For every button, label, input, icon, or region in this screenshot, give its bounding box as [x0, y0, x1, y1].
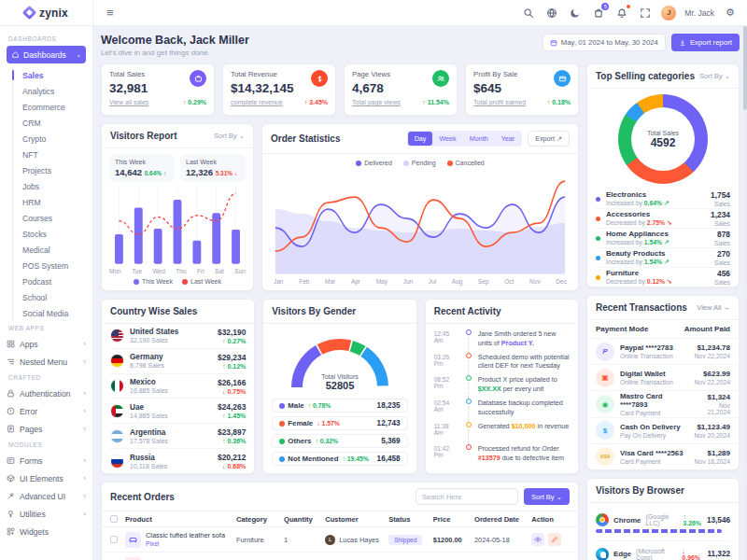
sidebar-item-jobs[interactable]: Jobs — [22, 178, 86, 194]
recent-orders-card: Recent Orders Sort By ⌄ ProductCategoryQ… — [101, 482, 579, 560]
customer-avatar: L — [325, 535, 335, 545]
visitors-report-card: Visitors Report Sort By ⌄ This Week 14,6… — [101, 123, 254, 291]
sidebar-item-medical[interactable]: Medical — [22, 242, 86, 258]
sidebar-item-social-media[interactable]: Social Media — [22, 305, 86, 321]
search-icon[interactable] — [521, 6, 536, 21]
sidebar-item-sales[interactable]: Sales — [22, 67, 86, 83]
this-week-stat: This Week 14,642 0.64% ↑ — [109, 154, 175, 182]
transaction-row: ◉Mastro Card ****7893Card Payment$1,324N… — [587, 391, 739, 417]
calendar-icon — [550, 39, 557, 47]
sidebar-item-pages[interactable]: Pages› — [7, 420, 86, 438]
sidebar-item-authentication[interactable]: Authentication› — [7, 385, 86, 402]
sidebar-section-modules: MODULES — [8, 441, 86, 448]
forms-icon — [7, 456, 15, 465]
settings-gear-icon[interactable]: ⚙ — [723, 6, 738, 21]
sidebar-item-pos-system[interactable]: POS System — [22, 258, 86, 273]
sort-by-dropdown[interactable]: Sort By ⌄ — [214, 132, 245, 140]
sort-by-dropdown[interactable]: Sort By ⌄ — [699, 72, 730, 80]
edit-order-button[interactable] — [548, 533, 561, 546]
delta: 5.31% ↓ — [216, 170, 238, 176]
card-title: Country Wise Sales — [110, 306, 197, 316]
tab-week[interactable]: Week — [432, 132, 462, 146]
view-all-link[interactable]: View All → — [697, 303, 730, 312]
chevron-right-icon: › — [83, 474, 86, 483]
export-button[interactable]: Export ↗ — [528, 131, 570, 147]
kpi-link[interactable]: Total page views — [352, 99, 401, 105]
card-title: Recent Activity — [434, 306, 501, 316]
nested-menu-icon — [7, 357, 15, 366]
sidebar-item-widgets[interactable]: Widgets — [7, 523, 86, 540]
sidebar-item-school[interactable]: School — [22, 289, 86, 305]
sidebar-item-ui-elements[interactable]: UI Elements› — [7, 469, 86, 487]
sidebar-item-dashboards[interactable]: Dashboards ⌄ — [7, 46, 86, 63]
sidebar-item-analytics[interactable]: Analytics — [22, 83, 86, 99]
dark-mode-icon[interactable] — [568, 6, 583, 21]
sidebar-item-projects[interactable]: Projects — [22, 162, 86, 178]
recent-activity-card: Recent Activity 12:45 AmJane Smith order… — [425, 299, 579, 474]
sidebar-item-nft[interactable]: NFT — [22, 147, 86, 162]
logo-icon — [22, 6, 37, 21]
date-range-picker[interactable]: May, 01 2024 to May, 30 2024 — [543, 34, 666, 51]
ae-flag-icon — [110, 404, 124, 418]
sidebar-item-courses[interactable]: Courses — [22, 210, 86, 226]
language-icon[interactable] — [544, 6, 559, 21]
visitors-bar-chart — [109, 186, 246, 268]
user-avatar[interactable]: J — [661, 6, 676, 21]
card-icon — [554, 70, 571, 87]
sort-by-button[interactable]: Sort By ⌄ — [524, 488, 570, 505]
chevron-right-icon: › — [83, 357, 86, 366]
export-report-button[interactable]: Export report — [671, 34, 740, 51]
sales-icon — [190, 70, 206, 87]
view-order-button[interactable] — [531, 533, 544, 546]
page-scrollbar[interactable] — [743, 26, 747, 560]
kpi-link[interactable]: complete revenue — [231, 99, 283, 105]
activity-item: 11:38 AmGenerated $10,000 in revenue — [434, 422, 570, 445]
sidebar-item-hrm[interactable]: HRM — [22, 194, 86, 210]
fullscreen-icon[interactable] — [638, 6, 653, 21]
category-row: FurnitureDecreased by 0.12% ↘456Sales — [596, 268, 730, 287]
kpi-link[interactable]: Total profit earned — [473, 99, 526, 105]
select-all-checkbox[interactable] — [110, 515, 118, 523]
gender-row: Others↑ 0.32%5,369 — [272, 434, 407, 448]
sidebar-item-crm[interactable]: CRM — [22, 115, 86, 131]
sidebar-item-ecommerce[interactable]: Ecommerce — [22, 99, 86, 115]
sidebar-item-podcast[interactable]: Podcast — [22, 273, 86, 289]
chevron-right-icon: › — [83, 340, 86, 348]
tab-month[interactable]: Month — [463, 132, 495, 146]
chart-legend: Delivered Pending Cancelled — [262, 154, 578, 166]
ui-elements-icon — [7, 474, 15, 483]
sidebar-item-advanced-ui[interactable]: Advanced UI› — [7, 487, 86, 505]
activity-item: 08:52 PmProduct X price updated to $XX.X… — [434, 375, 570, 399]
logo[interactable]: zynix — [0, 0, 93, 25]
kpi-delta: ↑ 11.54% — [422, 99, 449, 105]
product-thumbnail — [125, 532, 141, 548]
kpi-link[interactable]: View all sales — [109, 99, 148, 105]
sidebar-item-nested-menu[interactable]: Nested Menu› — [7, 353, 86, 371]
sidebar-item-stocks[interactable]: Stocks — [22, 226, 86, 242]
orders-table-header: ProductCategoryQuantityCustomerStatusPri… — [102, 511, 578, 527]
paypal-icon: P — [596, 343, 614, 361]
gender-row: Female↓ 1.57%12,743 — [272, 416, 407, 430]
cart-badge: 5 — [601, 3, 609, 10]
sidebar: DASHBOARDS Dashboards ⌄ Sales Analytics … — [0, 26, 93, 560]
last-week-stat: Last Week 12,326 5.31% ↓ — [180, 154, 246, 182]
tab-day[interactable]: Day — [408, 132, 433, 146]
browser-row: Chrome(Google LLC)↑ 3.26%13,546 — [596, 507, 730, 541]
tab-year[interactable]: Year — [495, 132, 522, 146]
sidebar-item-crypto[interactable]: Crypto — [22, 131, 86, 147]
cart-icon[interactable]: 5 — [591, 6, 606, 21]
x-axis-days: MonTueWedThuFriSatSun — [102, 268, 253, 274]
sidebar-item-error[interactable]: Error› — [7, 402, 86, 420]
chevron-right-icon: › — [83, 510, 86, 518]
menu-toggle-icon[interactable]: ≡ — [106, 7, 114, 19]
sidebar-item-forms[interactable]: Forms› — [7, 452, 86, 469]
kpi-profit-by-sale: Profit By Sale $645 Total profit earned↑… — [465, 63, 579, 116]
row-checkbox[interactable] — [110, 536, 118, 543]
sidebar-item-apps[interactable]: Apps› — [7, 335, 86, 353]
notifications-icon[interactable] — [614, 6, 629, 21]
recent-transactions-card: Recent Transactions View All → Payment M… — [586, 295, 740, 470]
sidebar-item-utilities[interactable]: Utilities› — [7, 505, 86, 523]
card-title: Order Statistics — [271, 133, 340, 144]
card-title: Visitors By Gender — [272, 306, 356, 316]
orders-search-input[interactable] — [416, 488, 518, 505]
